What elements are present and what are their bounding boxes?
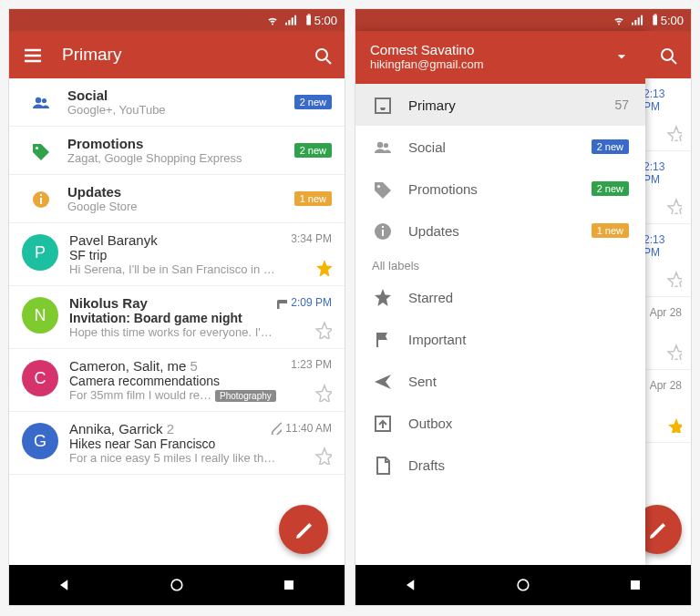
drawer-label: Outbox bbox=[408, 416, 629, 431]
mail-time: Apr 28 bbox=[650, 306, 682, 319]
drawer-item-starred[interactable]: Starred bbox=[355, 276, 645, 318]
category-updates[interactable]: Updates Google Store 1 new bbox=[9, 175, 345, 223]
account-name: Comest Savatino bbox=[370, 42, 612, 57]
category-promotions[interactable]: Promotions Zagat, Google Shopping Expres… bbox=[9, 127, 345, 175]
drawer-item-social[interactable]: Social 2 new bbox=[355, 126, 645, 168]
label-chip: Photography bbox=[215, 390, 276, 402]
category-sub: Google+, YouTube bbox=[67, 103, 294, 117]
star-icon bbox=[665, 271, 682, 287]
drawer-label: Starred bbox=[408, 290, 629, 305]
star-icon bbox=[665, 125, 682, 141]
snippet: For 35mm film I would re…Photography bbox=[69, 388, 279, 402]
drawer-label: Updates bbox=[408, 223, 592, 239]
background-mail-row: 2:13 PM bbox=[643, 78, 691, 151]
mail-time: 2:09 PM bbox=[273, 295, 332, 309]
status-time: 5:00 bbox=[661, 14, 684, 27]
mail-list[interactable]: Social Google+, YouTube 2 new Promotions… bbox=[9, 78, 345, 565]
mail-item[interactable]: P Pavel Baranyk SF trip Hi Serena, I'll … bbox=[9, 223, 345, 286]
star-toggle[interactable] bbox=[314, 321, 332, 339]
app-bar: Primary bbox=[9, 31, 345, 78]
subject: Hikes near San Francisco bbox=[69, 436, 332, 451]
mail-item[interactable]: G Annika, Garrick 2 Hikes near San Franc… bbox=[9, 412, 345, 475]
mail-time: 11:40 AM bbox=[268, 421, 332, 435]
pencil-icon bbox=[647, 519, 667, 539]
nav-home-icon[interactable] bbox=[514, 576, 532, 594]
category-name: Promotions bbox=[67, 136, 294, 151]
subject: SF trip bbox=[69, 248, 332, 262]
nav-home-icon[interactable] bbox=[168, 576, 186, 594]
nav-drawer: Comest Savatino hikingfan@gmail.com Prim… bbox=[355, 31, 645, 565]
tag-icon bbox=[372, 179, 408, 199]
new-badge: 2 new bbox=[294, 95, 332, 109]
wifi-icon bbox=[265, 13, 280, 27]
drawer-item-promotions[interactable]: Promotions 2 new bbox=[355, 168, 645, 210]
star-icon bbox=[665, 198, 682, 214]
info-icon bbox=[372, 221, 408, 241]
mail-item[interactable]: N Nikolus Ray Invitation: Board game nig… bbox=[9, 286, 345, 349]
search-button[interactable] bbox=[643, 31, 691, 78]
avatar: G bbox=[22, 423, 58, 459]
background-list: 2:13 PM 2:13 PM 2:13 PM Apr 28 Apr 28 bbox=[643, 78, 691, 565]
signal-icon bbox=[283, 13, 298, 27]
snippet: Hope this time works for everyone. I'm… bbox=[69, 325, 279, 339]
outbox-icon bbox=[372, 413, 408, 433]
battery-icon bbox=[302, 13, 311, 27]
avatar: P bbox=[22, 234, 58, 271]
avatar: N bbox=[22, 297, 58, 334]
compose-fab[interactable] bbox=[279, 505, 328, 554]
battery-icon bbox=[648, 13, 657, 27]
mail-time: Apr 28 bbox=[650, 379, 682, 392]
mail-time: 1:23 PM bbox=[291, 358, 332, 371]
drawer-item-outbox[interactable]: Outbox bbox=[355, 402, 645, 444]
background-mail-row: 2:13 PM bbox=[643, 151, 691, 224]
nav-recent-icon[interactable] bbox=[280, 576, 298, 594]
drawer-label: Primary bbox=[408, 98, 614, 113]
new-badge: 1 new bbox=[294, 191, 332, 206]
drawer-count: 57 bbox=[614, 98, 629, 112]
wifi-icon bbox=[612, 13, 626, 27]
people-icon bbox=[372, 137, 408, 157]
mail-time: 2:13 PM bbox=[643, 160, 682, 186]
category-sub: Zagat, Google Shopping Express bbox=[67, 151, 294, 165]
phone-drawer: 5:00 2:13 PM 2:13 PM 2:13 PM Apr 28 Apr … bbox=[355, 8, 692, 606]
send-icon bbox=[372, 371, 408, 391]
category-name: Updates bbox=[67, 184, 294, 200]
mail-time: 2:13 PM bbox=[643, 233, 682, 259]
nav-recent-icon[interactable] bbox=[626, 576, 644, 594]
star-toggle[interactable] bbox=[314, 384, 332, 402]
new-badge: 2 new bbox=[592, 139, 629, 154]
star-toggle[interactable] bbox=[314, 447, 332, 465]
dropdown-icon[interactable] bbox=[612, 47, 631, 66]
drawer-item-primary[interactable]: Primary 57 bbox=[355, 84, 645, 126]
info-icon bbox=[22, 189, 58, 209]
star-toggle[interactable] bbox=[314, 258, 332, 276]
tag-icon bbox=[22, 140, 58, 160]
people-icon bbox=[22, 92, 58, 112]
nav-back-icon[interactable] bbox=[56, 576, 74, 594]
mail-time: 2:13 PM bbox=[643, 87, 682, 113]
star-icon bbox=[372, 287, 408, 307]
search-icon[interactable] bbox=[312, 45, 332, 65]
category-social[interactable]: Social Google+, YouTube 2 new bbox=[9, 78, 345, 127]
avatar: C bbox=[22, 360, 58, 396]
inbox-icon bbox=[372, 95, 408, 115]
status-bar: 5:00 bbox=[9, 9, 345, 31]
drawer-item-sent[interactable]: Sent bbox=[355, 360, 645, 402]
star-icon bbox=[665, 416, 682, 433]
account-header[interactable]: Comest Savatino hikingfan@gmail.com bbox=[355, 31, 645, 84]
drawer-label: Sent bbox=[408, 374, 629, 389]
drawer-item-important[interactable]: Important bbox=[355, 318, 645, 360]
drawer-label: Important bbox=[408, 332, 629, 347]
nav-back-icon[interactable] bbox=[402, 576, 420, 594]
drawer-item-updates[interactable]: Updates 1 new bbox=[355, 210, 645, 252]
background-mail-row: 2:13 PM bbox=[643, 224, 691, 297]
category-sub: Google Store bbox=[67, 200, 294, 213]
mail-item[interactable]: C Cameron, Salit, me 5 Camera recommenda… bbox=[9, 349, 345, 412]
menu-icon[interactable] bbox=[22, 45, 42, 65]
drawer-item-drafts[interactable]: Drafts bbox=[355, 444, 645, 486]
new-badge: 1 new bbox=[592, 223, 629, 238]
drawer-section: All labels bbox=[355, 252, 645, 276]
nav-bar bbox=[9, 565, 345, 605]
draft-icon bbox=[372, 455, 408, 475]
search-icon bbox=[657, 45, 677, 65]
